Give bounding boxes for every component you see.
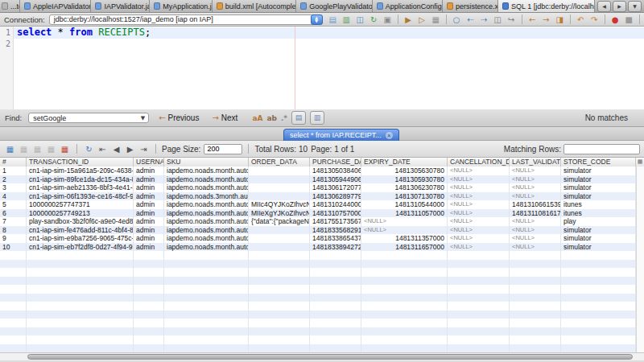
find-next-button[interactable]: → Next <box>208 113 241 123</box>
vertical-scrollbar[interactable] <box>636 167 644 352</box>
column-settings-icon[interactable]: ▦ <box>636 158 644 167</box>
highlight-results-icon[interactable]: ▤ <box>291 111 306 125</box>
cell[interactable]: 2 <box>0 175 27 184</box>
regex-icon[interactable]: .* <box>281 114 287 122</box>
truncate-table-icon[interactable]: ▦ <box>59 143 71 155</box>
find-previous-button[interactable]: ← Previous <box>155 113 202 123</box>
cell[interactable]: 1481310244000 <box>310 200 361 209</box>
results-tab[interactable]: select * from IAP.RECEIPT... × <box>283 129 399 141</box>
cell[interactable]: cn1-iap-sim-aeb21336-8bf3-4e41-b... <box>27 183 134 192</box>
cell[interactable]: 1481305038406 <box>310 167 361 175</box>
close-results-icon[interactable]: × <box>386 132 393 139</box>
editor-tab[interactable]: MyApplication.java× <box>150 0 213 12</box>
cell[interactable]: iapdemo.noads.month.auto <box>164 167 249 175</box>
connection-dropdown-icon[interactable]: ▲▼ <box>311 14 323 25</box>
cell[interactable]: <NULL> <box>448 234 510 243</box>
cell[interactable]: <NULL> <box>510 183 561 192</box>
tab-list-icon[interactable]: ▼ <box>628 1 642 12</box>
open-file-icon[interactable]: ▥ <box>341 14 353 26</box>
column-header[interactable]: STORE_CODE <box>561 158 636 167</box>
column-header[interactable]: USERNAME <box>134 158 164 167</box>
cell[interactable]: <NULL> <box>448 217 510 226</box>
cell[interactable]: admin <box>134 209 164 218</box>
cell[interactable]: <NULL> <box>361 226 448 235</box>
refresh-icon[interactable]: ↻ <box>368 14 380 26</box>
cell[interactable]: admin <box>134 192 164 201</box>
cell[interactable]: cn1-iap-sim-e9ba7256-9065-475c-9... <box>27 234 134 243</box>
cell[interactable]: 1000000257749213 <box>27 209 134 218</box>
code-area[interactable]: select * from RECEIPTS; <box>14 27 644 109</box>
cell[interactable]: itunes <box>561 209 636 218</box>
sql-editor[interactable]: 1 2 select * from RECEIPTS; <box>0 27 644 109</box>
scroll-tabs-left-icon[interactable]: ◀ <box>597 1 611 12</box>
column-header[interactable]: PURCHASE_DATE <box>310 158 361 167</box>
cell[interactable]: <NULL> <box>510 192 561 201</box>
cell[interactable]: 1481311057000 <box>361 209 448 218</box>
cell[interactable]: 1481307130780 <box>361 192 448 201</box>
stop-macro-icon[interactable]: ■ <box>623 14 635 26</box>
horizontal-scrollbar[interactable] <box>0 352 644 360</box>
refresh-results-icon[interactable]: ↻ <box>83 143 95 155</box>
undo-icon[interactable]: ↶ <box>575 14 587 26</box>
editor-tab[interactable]: ApplicationConfig.java× <box>373 0 443 12</box>
editor-tab[interactable]: ...tor× <box>0 0 20 12</box>
cell[interactable]: cn1-iap-sim-eb7f2df8-0d27-4f94-95... <box>27 243 134 252</box>
cell[interactable]: 1481305930780 <box>361 175 448 184</box>
cell[interactable]: simulator <box>561 226 636 235</box>
cell[interactable]: 1481310757000 <box>310 209 361 218</box>
cell[interactable]: iapdemo.noads.month.auto <box>164 217 249 226</box>
cell[interactable]: 10 <box>0 243 27 252</box>
cell[interactable] <box>249 183 310 192</box>
shift-right-icon[interactable]: → <box>540 14 552 26</box>
cell[interactable] <box>249 243 310 252</box>
cell[interactable]: 7 <box>0 217 27 226</box>
cell[interactable]: <NULL> <box>448 209 510 218</box>
goto-icon[interactable]: ↪ <box>506 14 518 26</box>
previous-page-icon[interactable]: ◀ <box>110 143 122 155</box>
cell[interactable]: 3 <box>0 183 27 192</box>
cell[interactable]: 1 <box>0 167 27 175</box>
cell[interactable]: <NULL> <box>448 183 510 192</box>
edit-icon[interactable]: ▣ <box>382 14 394 26</box>
connection-select[interactable]: jdbc:derby://localhost:1527/iap_demo [ia… <box>49 14 323 25</box>
next-page-icon[interactable]: ▶ <box>124 143 136 155</box>
column-header[interactable]: ORDER_DATA <box>249 158 310 167</box>
page-size-input[interactable] <box>204 144 242 154</box>
find-icon[interactable]: ○ <box>451 14 463 26</box>
cell[interactable] <box>249 226 310 235</box>
cell[interactable]: admin <box>134 234 164 243</box>
cell[interactable]: 1481306172077 <box>310 183 361 192</box>
cell[interactable]: 9 <box>0 234 27 243</box>
cell[interactable]: <NULL> <box>361 217 448 226</box>
column-header[interactable]: # <box>0 158 27 167</box>
find-history-dropdown-icon[interactable]: ▼ <box>141 115 148 121</box>
cell[interactable]: admin <box>134 167 164 175</box>
match-case-icon[interactable]: aA <box>252 114 262 122</box>
cell[interactable]: 1481833865437 <box>310 234 361 243</box>
delete-record-icon[interactable]: ▦ <box>18 143 30 155</box>
cell[interactable]: <NULL> <box>448 243 510 252</box>
cell[interactable]: iapdemo.noads.month.auto <box>164 209 249 218</box>
cell[interactable]: itunes <box>561 200 636 209</box>
cell[interactable]: play-sandbox-3b2f0f6c-a9e0-4ed8-b... <box>27 217 134 226</box>
cell[interactable] <box>249 167 310 175</box>
cell[interactable]: <NULL> <box>448 175 510 184</box>
cell[interactable]: 1481306230780 <box>361 183 448 192</box>
cell[interactable]: MIIc4QYJKoZIhvcNAQc... <box>249 200 310 209</box>
cell[interactable]: play <box>561 217 636 226</box>
run-selection-icon[interactable]: ▷ <box>416 14 428 26</box>
editor-tab[interactable]: AppleIAPValidator.java× <box>20 0 91 12</box>
cell[interactable]: 1000000257747371 <box>27 200 134 209</box>
run-sql-icon[interactable]: ▶ <box>402 14 415 26</box>
cell[interactable]: simulator <box>561 183 636 192</box>
cell[interactable]: 1481311081617 <box>510 209 561 218</box>
cell[interactable]: simulator <box>561 192 636 201</box>
scroll-tabs-right-icon[interactable]: ▶ <box>613 1 626 12</box>
cell[interactable]: simulator <box>561 243 636 252</box>
cell[interactable]: simulator <box>561 167 636 175</box>
record-macro-icon[interactable]: ● <box>609 14 621 26</box>
new-file-icon[interactable]: ▤ <box>327 14 339 26</box>
save-icon[interactable]: ◫ <box>354 14 366 26</box>
column-header[interactable]: LAST_VALIDATED <box>510 158 561 167</box>
cell[interactable]: cn1-iap-sim-89fce1da-dc15-434a-81... <box>27 175 134 184</box>
